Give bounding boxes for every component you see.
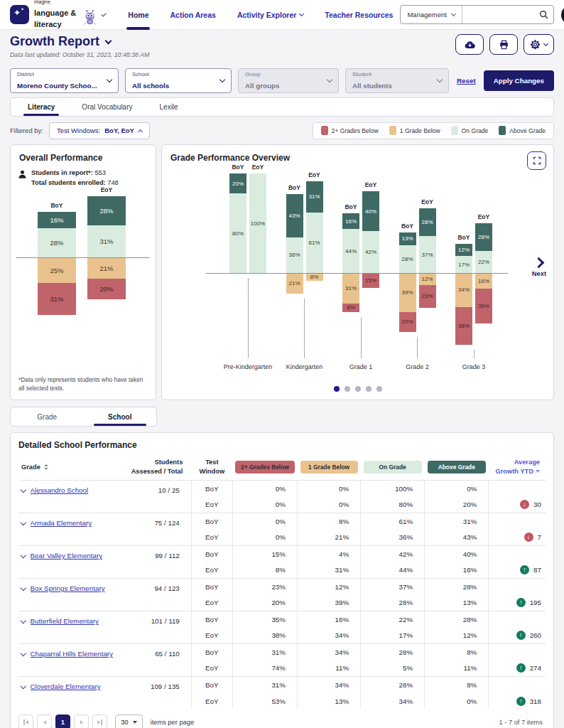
school-link[interactable]: Cloverdale Elementary [31,682,101,690]
tab-oral-vocabulary[interactable]: Oral Vocabulary [73,98,141,116]
bar-EoY[interactable]: 40%42% [362,191,379,273]
download-button[interactable] [455,34,484,55]
nav-link-home[interactable]: Home [128,0,148,30]
percent-cell: 28% [425,579,489,595]
page-1-button[interactable]: 1 [55,714,70,728]
segment-2--grades-below: 31% [38,283,76,315]
filter-district[interactable]: DistrictMoreno County Schoo... [10,68,119,93]
filter-fields: DistrictMoreno County Schoo...SchoolAll … [10,68,449,93]
last-page-button[interactable] [92,714,107,728]
segment-2--grades-below: 8% [342,304,359,311]
grade-school-tabs: GradeSchool [10,407,157,427]
bar-EoY-below[interactable]: 21%20% [87,257,126,299]
bar-EoY[interactable]: 31%61% [306,181,323,273]
bottom-tab-school[interactable]: School [84,407,157,426]
logo-imagine-text: imagine [34,0,79,5]
bar-EoY[interactable]: 28%22% [475,223,492,273]
settings-button[interactable] [524,34,554,55]
next-page-button[interactable] [74,714,89,728]
percent-cell: 8% [298,513,361,530]
bar-EoY[interactable]: 100% [249,173,266,273]
nav-link-teacher-resources[interactable]: Teacher Resources [325,0,393,30]
expand-row-chevron-icon[interactable] [21,520,26,525]
expand-row-chevron-icon[interactable] [21,552,26,558]
items-per-page-label: items per page [151,719,195,726]
search-icon[interactable] [539,10,553,19]
prev-page-button[interactable] [37,714,52,728]
carousel-dot-4[interactable] [366,386,372,392]
bar-BoY[interactable]: 13%28% [399,232,416,273]
nav-link-activity-explorer[interactable]: Activity Explorer [237,0,303,30]
nav-link-action-areas[interactable]: Action Areas [170,0,215,30]
bar-EoY[interactable]: 28%37% [419,208,436,273]
tab-lexile[interactable]: Lexile [151,98,187,116]
students-in-report-value: 553 [94,169,106,176]
carousel-dot-3[interactable] [355,386,361,392]
school-link[interactable]: Bear Valley Elementary [31,552,103,560]
carousel-dot-2[interactable] [345,386,350,392]
range-label: 1 - 7 of 7 items [499,719,546,726]
app-logo[interactable]: ✦ ✦ imagine language & literacy [10,0,105,31]
school-link[interactable]: Alessandro School [31,486,89,494]
carousel-dot-1[interactable] [334,386,340,392]
percent-cell: 0% [232,513,297,530]
bar-BoY[interactable]: 20%80% [229,173,246,273]
tab-literacy[interactable]: Literacy [19,98,63,116]
bar-EoY-below[interactable]: 12%23% [419,273,436,308]
first-page-button[interactable] [18,714,33,728]
filter-chevron-icon [327,76,332,82]
bar-BoY-below[interactable]: 34%38% [455,273,472,345]
bar-BoY-below[interactable]: 25%31% [38,257,76,315]
management-dropdown[interactable]: Management [401,6,462,23]
bar-EoY-below[interactable]: 16%35% [475,273,492,323]
reset-link[interactable]: Reset [457,77,476,85]
students-assessed-cell: 109 / 135 [125,677,191,710]
school-link[interactable]: Armada Elementary [31,519,92,527]
school-link[interactable]: Butterfield Elementary [31,617,99,625]
expand-row-chevron-icon[interactable] [21,651,26,656]
bar-BoY[interactable]: 43%36% [286,194,303,273]
expand-row-chevron-icon[interactable] [21,585,26,591]
bar-EoY[interactable]: 28%31% [87,196,126,257]
filter-school[interactable]: SchoolAll schools [125,68,232,93]
test-windows-chip[interactable]: Test Windows: BoY, EoY [49,122,150,139]
table-header-row: Grade StudentsAssessed / Total TestWindo… [18,453,546,481]
percent-cell: 8% [425,677,489,693]
apply-changes-button[interactable]: Apply Changes [484,70,554,91]
bar-BoY[interactable]: 16%28% [38,212,76,257]
bar-BoY-below[interactable]: 21% [286,273,303,294]
overall-panel-title: Overall Performance [19,153,102,163]
page-size-select[interactable]: 30 [115,714,143,728]
avatar[interactable]: NB [561,6,564,24]
percent-cell: 31% [232,677,297,693]
expand-row-chevron-icon[interactable] [21,618,26,623]
search-input[interactable] [462,6,539,23]
logo-chevron-down-icon[interactable] [102,11,107,16]
legend: 2+ Grades Below1 Grade BelowOn GradeAbov… [313,122,554,139]
bar-BoY[interactable]: 12%17% [455,244,472,273]
carousel-dot-5[interactable] [376,386,382,392]
col-growth-label[interactable]: Average Growth YTD [489,453,546,481]
bar-EoY-below[interactable]: 8% [306,273,323,281]
user-menu[interactable]: NB [561,6,564,24]
bar-BoY-below[interactable]: 39%20% [399,273,416,332]
growth-down-icon: ↓ [520,500,529,509]
print-button[interactable] [489,34,518,55]
school-link[interactable]: Chaparral Hills Elementary [31,650,114,658]
percent-cell: 31% [232,644,297,660]
col-grade-label[interactable]: Grade [21,464,40,471]
bar-EoY-below[interactable]: 15% [362,273,379,288]
school-link[interactable]: Box Springs Elementary [31,584,105,592]
bar-BoY[interactable]: 16%44% [342,213,359,273]
report-title-chevron-icon[interactable] [105,38,112,45]
growth-up-icon: ↑ [516,631,526,640]
growth-value: 30 [533,500,541,508]
expand-row-chevron-icon[interactable] [21,683,26,689]
group-connector-line [304,299,305,358]
expand-row-chevron-icon[interactable] [21,487,26,493]
sort-icon[interactable] [44,464,48,470]
bar-BoY-below[interactable]: 31%8% [342,273,359,312]
school-cell: Armada Elementary [18,513,125,546]
bottom-tab-grade[interactable]: Grade [11,407,84,426]
carousel-next-button[interactable]: Next [532,259,546,277]
